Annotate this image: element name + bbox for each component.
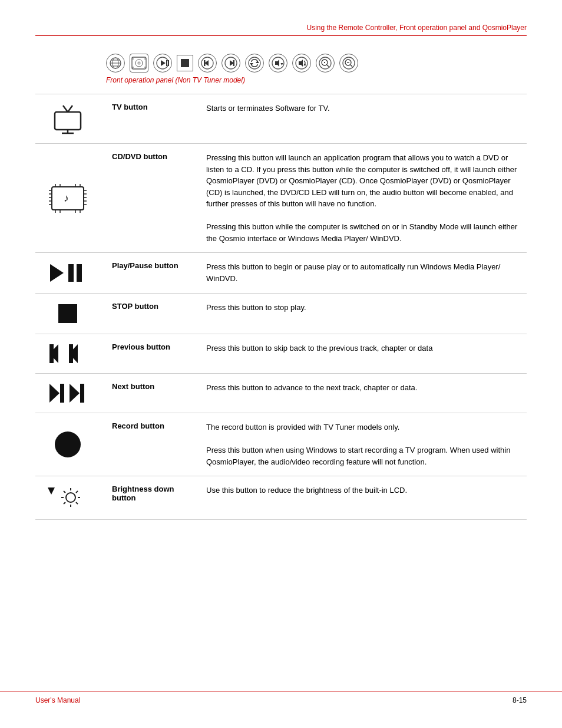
svg-point-32 xyxy=(319,57,331,69)
svg-marker-76 xyxy=(70,384,80,403)
brightness-button-desc: Use this button to reduce the brightness… xyxy=(200,476,527,520)
header-line xyxy=(35,35,527,36)
previous-button-label: Previous button xyxy=(106,334,200,374)
svg-marker-13 xyxy=(161,60,166,66)
tv-icon-cell xyxy=(35,94,106,144)
tv-icon xyxy=(50,103,85,135)
svg-rect-68 xyxy=(77,264,82,282)
record-icon xyxy=(53,430,82,459)
svg-line-41 xyxy=(63,106,68,112)
svg-point-37 xyxy=(343,57,355,69)
svg-rect-16 xyxy=(181,59,189,67)
svg-rect-5 xyxy=(132,57,146,69)
cddvd-button-row: ♪ CD/DVD button Pressing this button wil… xyxy=(35,144,527,253)
svg-line-36 xyxy=(327,65,329,67)
stop-button-row: STOP button Press this button to stop pl… xyxy=(35,294,527,334)
svg-rect-67 xyxy=(68,264,74,282)
panel-caption: Front operation panel (Non TV Tuner mode… xyxy=(106,76,245,84)
footer-right: 8-15 xyxy=(513,696,527,704)
record-button-desc: The record button is provided with TV Tu… xyxy=(200,413,527,476)
svg-marker-66 xyxy=(50,264,64,282)
panel-icons-section: ▼ ▲ xyxy=(0,48,562,94)
next-button-row: Next button Press this button to advance… xyxy=(35,374,527,413)
loop-panel-icon xyxy=(245,54,264,73)
playpause-panel-icon xyxy=(153,54,172,73)
svg-text:▲: ▲ xyxy=(303,62,307,66)
page-container: Using the Remote Controller, Front opera… xyxy=(0,0,562,728)
svg-marker-30 xyxy=(299,60,303,67)
svg-text:♪: ♪ xyxy=(64,192,69,204)
svg-line-86 xyxy=(76,502,78,504)
previous-button-row: Previous button Press this button to ski… xyxy=(35,334,527,374)
svg-line-42 xyxy=(68,106,72,112)
cd-panel-icon xyxy=(130,54,148,73)
globe-panel-icon xyxy=(106,54,125,73)
tv-button-label: TV button xyxy=(106,94,200,144)
playpause-button-row: Play/Pause button Press this button to b… xyxy=(35,253,527,294)
content-table: TV button Starts or terminates Software … xyxy=(35,94,527,520)
svg-marker-74 xyxy=(49,384,59,403)
cddvd-icon-cell: ♪ xyxy=(35,144,106,253)
svg-rect-75 xyxy=(60,384,64,403)
playpause-button-desc: Press this button to begin or pause play… xyxy=(200,253,527,294)
svg-rect-14 xyxy=(166,60,167,66)
svg-rect-43 xyxy=(55,112,81,130)
svg-line-88 xyxy=(64,502,65,504)
brightness-button-row: Brightness downbutton Use this button to… xyxy=(35,476,527,520)
zoomin-panel-icon xyxy=(316,54,335,73)
svg-marker-79 xyxy=(48,487,55,495)
svg-rect-77 xyxy=(80,384,84,403)
brightness-button-label: Brightness downbutton xyxy=(106,476,200,520)
prev-panel-icon xyxy=(198,54,217,73)
record-icon-cell xyxy=(35,413,106,476)
svg-line-85 xyxy=(64,491,65,493)
stop-panel-icon xyxy=(177,55,193,71)
playpause-button-label: Play/Pause button xyxy=(106,253,200,294)
svg-text:▼: ▼ xyxy=(280,62,284,66)
next-panel-icon xyxy=(222,54,240,73)
svg-marker-24 xyxy=(256,61,259,63)
svg-line-87 xyxy=(76,491,78,493)
svg-marker-27 xyxy=(275,60,279,67)
footer-left: User's Manual xyxy=(35,696,80,704)
previous-button-desc: Press this button to skip back to the pr… xyxy=(200,334,527,374)
svg-rect-69 xyxy=(58,304,77,323)
playpause-icon-cell xyxy=(35,253,106,294)
record-button-label: Record button xyxy=(106,413,200,476)
header-section: Using the Remote Controller, Front opera… xyxy=(0,0,562,36)
svg-point-78 xyxy=(55,431,81,457)
volup-panel-icon: ▲ xyxy=(292,54,311,73)
zoomout-panel-icon xyxy=(339,54,358,73)
cddvd-button-label: CD/DVD button xyxy=(106,144,200,253)
content-table-wrapper: TV button Starts or terminates Software … xyxy=(0,94,562,520)
stop-button-label: STOP button xyxy=(106,294,200,334)
cddvd-icon: ♪ xyxy=(47,182,88,215)
svg-rect-19 xyxy=(204,60,206,66)
header-title: Using the Remote Controller, Front opera… xyxy=(35,24,527,32)
stop-icon-cell xyxy=(35,294,106,334)
svg-point-6 xyxy=(135,60,143,67)
stop-icon xyxy=(56,302,80,325)
next-icon xyxy=(49,382,87,404)
previous-icon xyxy=(49,342,87,365)
playpause-icon xyxy=(47,261,88,285)
previous-icon-cell xyxy=(35,334,106,374)
next-icon-cell xyxy=(35,374,106,413)
brightness-icon-cell xyxy=(35,476,106,520)
svg-line-40 xyxy=(351,65,352,67)
svg-marker-25 xyxy=(250,63,253,65)
stop-button-desc: Press this button to stop play. xyxy=(200,294,527,334)
record-button-row: Record button The record button is provi… xyxy=(35,413,527,476)
svg-point-7 xyxy=(138,62,140,64)
next-button-label: Next button xyxy=(106,374,200,413)
cddvd-button-desc: Pressing this button will launch an appl… xyxy=(200,144,527,253)
svg-rect-15 xyxy=(168,60,169,66)
footer-section: User's Manual 8-15 xyxy=(0,691,562,704)
tv-button-row: TV button Starts or terminates Software … xyxy=(35,94,527,144)
tv-button-desc: Starts or terminates Software for TV. xyxy=(200,94,527,144)
svg-point-80 xyxy=(66,493,75,502)
panel-icons-row: ▼ ▲ xyxy=(106,54,358,73)
svg-rect-22 xyxy=(233,60,235,66)
next-button-desc: Press this button to advance to the next… xyxy=(200,374,527,413)
voldown-panel-icon: ▼ xyxy=(269,54,287,73)
